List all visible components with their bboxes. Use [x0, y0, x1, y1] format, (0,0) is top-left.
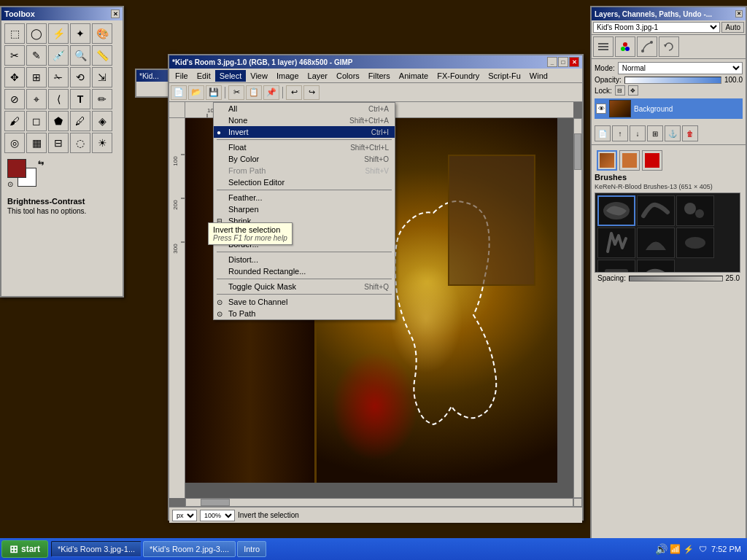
menu-colors[interactable]: Colors: [332, 70, 364, 82]
brush-item-4[interactable]: [597, 228, 635, 258]
v-scroll-thumb[interactable]: [574, 133, 581, 170]
menu-select[interactable]: Select: [215, 70, 247, 82]
taskbar-item-2[interactable]: Intro: [237, 541, 266, 557]
unit-select[interactable]: px: [172, 510, 197, 521]
tool-clone[interactable]: ◈: [92, 111, 112, 131]
tool-move[interactable]: ✥: [4, 67, 25, 88]
swap-colors-icon[interactable]: ⇆: [38, 159, 44, 167]
tray-icon-2[interactable]: 📶: [669, 543, 681, 555]
tb-cut[interactable]: ✂: [228, 85, 244, 100]
tool-flip[interactable]: ⟨: [48, 89, 69, 109]
toolbox-close-button[interactable]: ✕: [111, 9, 120, 18]
tool-crop[interactable]: ✁: [48, 67, 69, 88]
delete-layer-button[interactable]: 🗑: [682, 125, 698, 141]
menu-select-none[interactable]: None Shift+Ctrl+A: [214, 114, 395, 126]
menu-animate[interactable]: Animate: [395, 70, 433, 82]
tool-dodge[interactable]: ☀: [92, 133, 112, 153]
menu-select-all[interactable]: All Ctrl+A: [214, 103, 395, 114]
tb-redo[interactable]: ↪: [303, 85, 320, 100]
tool-eraser[interactable]: ◻: [26, 111, 47, 131]
menu-select-feather[interactable]: Feather...: [214, 192, 395, 203]
tool-fuzzy-select[interactable]: ✦: [70, 23, 90, 44]
tool-pencil[interactable]: ✏: [92, 89, 112, 109]
tb-paste[interactable]: 📌: [263, 85, 279, 100]
tool-scissors[interactable]: ✂: [4, 45, 25, 66]
menu-select-rounded-rect[interactable]: Rounded Rectangle...: [214, 265, 395, 277]
raise-layer-button[interactable]: ↑: [612, 125, 628, 141]
menu-layer[interactable]: Layer: [303, 70, 333, 82]
menu-select-invert[interactable]: ● Invert Ctrl+I: [214, 126, 395, 138]
tool-by-color[interactable]: 🎨: [92, 23, 112, 44]
zoom-select[interactable]: 100%: [200, 510, 235, 521]
menu-view[interactable]: View: [246, 70, 272, 82]
tool-ink[interactable]: 🖊: [70, 111, 90, 131]
close-button[interactable]: ✕: [569, 57, 579, 67]
undo-icon-tab[interactable]: [659, 36, 679, 57]
brush-item-5[interactable]: [637, 228, 675, 258]
channels-icon-tab[interactable]: [615, 36, 635, 57]
brush-swatch-2[interactable]: [619, 150, 640, 171]
tool-rect-select[interactable]: ⬚: [4, 23, 25, 44]
tb-save[interactable]: 💾: [206, 85, 222, 100]
menu-file[interactable]: File: [171, 70, 193, 82]
vertical-scrollbar[interactable]: [573, 118, 582, 498]
layer-visibility-toggle[interactable]: 👁: [596, 104, 606, 114]
paths-icon-tab[interactable]: [637, 36, 657, 57]
menu-toggle-quick-mask[interactable]: Toggle Quick Mask Shift+Q: [214, 281, 395, 292]
menu-select-distort[interactable]: Distort...: [214, 254, 395, 265]
maximize-button[interactable]: □: [558, 57, 568, 67]
taskbar-item-1[interactable]: *Kid's Room 2.jpg-3....: [143, 541, 236, 557]
lock-position-icon[interactable]: ✥: [628, 85, 638, 96]
tool-zoom[interactable]: 🔍: [70, 45, 90, 66]
anchor-layer-button[interactable]: ⚓: [665, 125, 681, 141]
menu-select-float[interactable]: Float Shift+Ctrl+L: [214, 141, 395, 153]
minimize-button[interactable]: _: [547, 57, 557, 67]
brush-item-6[interactable]: [676, 228, 714, 258]
tool-paintbrush[interactable]: 🖌: [4, 111, 25, 131]
tool-scale[interactable]: ⇲: [92, 67, 112, 88]
brush-item-7[interactable]: [597, 260, 635, 273]
layers-icon-tab[interactable]: [593, 36, 614, 57]
menu-selection-editor[interactable]: Selection Editor: [214, 176, 395, 188]
tb-new[interactable]: 📄: [171, 85, 187, 100]
tool-free-select[interactable]: ⚡: [48, 23, 69, 44]
h-scroll-thumb[interactable]: [201, 499, 230, 506]
auto-button[interactable]: Auto: [721, 22, 744, 33]
tool-rotate[interactable]: ⟲: [70, 67, 90, 88]
menu-script[interactable]: Script-Fu: [484, 70, 525, 82]
start-button[interactable]: ⊞ start: [1, 540, 48, 558]
tray-icon-4[interactable]: 🛡: [697, 543, 708, 555]
brush-swatch-3[interactable]: [642, 150, 662, 171]
reset-colors-icon[interactable]: ⊙: [7, 180, 13, 188]
tb-undo[interactable]: ↩: [286, 85, 302, 100]
tb-open[interactable]: 📂: [188, 85, 204, 100]
menu-wind[interactable]: Wind: [525, 70, 552, 82]
menu-select-sharpen[interactable]: Sharpen: [214, 203, 395, 215]
lock-pixels-icon[interactable]: ⊟: [615, 85, 625, 96]
tool-paths[interactable]: ✎: [26, 45, 47, 66]
tool-shear[interactable]: ⊘: [4, 89, 25, 109]
tray-icon-3[interactable]: ⚡: [683, 543, 694, 555]
tool-heal[interactable]: ◎: [4, 133, 25, 153]
tool-text[interactable]: T: [70, 89, 90, 109]
menu-select-by-color[interactable]: By Color Shift+O: [214, 153, 395, 165]
foreground-color[interactable]: [7, 159, 26, 178]
tool-blur[interactable]: ◌: [70, 133, 90, 153]
brush-item-2[interactable]: [637, 195, 675, 226]
blend-mode-select[interactable]: Normal: [618, 62, 743, 74]
opacity-slider[interactable]: [624, 77, 721, 84]
new-layer-button[interactable]: 📄: [595, 125, 611, 141]
tool-ellipse-select[interactable]: ◯: [26, 23, 47, 44]
layer-item-background[interactable]: 👁 Background: [595, 98, 743, 119]
tool-blend[interactable]: ▦: [26, 133, 47, 153]
menu-to-path[interactable]: ⊙ To Path: [214, 308, 395, 319]
brush-item-8[interactable]: [637, 260, 675, 273]
tool-bucket-fill[interactable]: ⊟: [48, 133, 69, 153]
brush-item-3[interactable]: [676, 195, 714, 226]
tb-copy[interactable]: 📋: [246, 85, 262, 100]
resize-corner[interactable]: [573, 498, 582, 507]
horizontal-scrollbar[interactable]: [185, 498, 573, 507]
menu-filters[interactable]: Filters: [364, 70, 395, 82]
menu-save-to-channel[interactable]: ⊙ Save to Channel: [214, 296, 395, 308]
menu-fx[interactable]: FX-Foundry: [433, 70, 484, 82]
